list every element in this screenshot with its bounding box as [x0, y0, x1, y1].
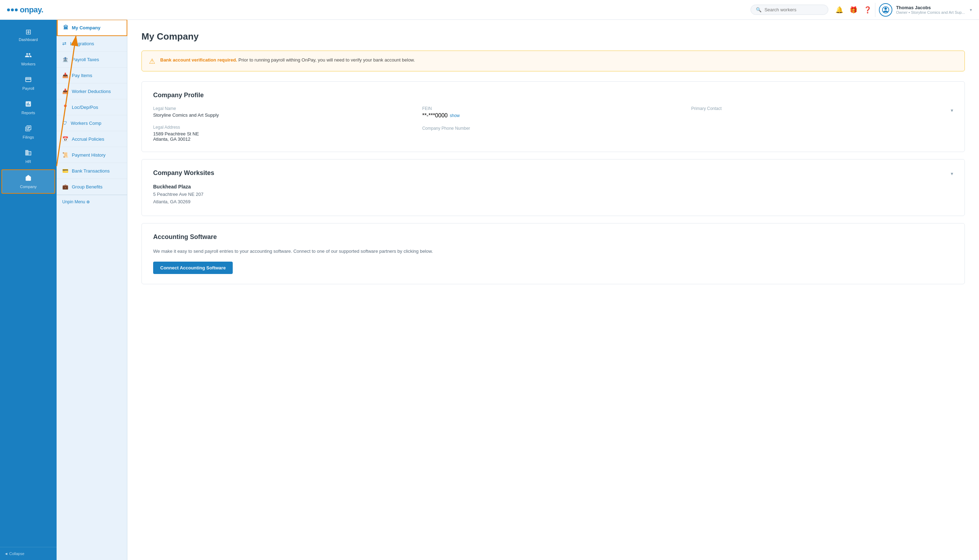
workers-icon	[25, 52, 32, 60]
filings-icon	[25, 125, 32, 133]
company-profile-title: Company Profile	[153, 92, 953, 99]
unpin-menu-button[interactable]: Unpin Menu ⊕	[62, 199, 121, 204]
page-title: My Company	[142, 31, 965, 42]
collapse-label: ◄ Collapse	[4, 552, 24, 556]
gifts-icon[interactable]: 🎁	[849, 6, 857, 14]
sidebar-nav: ⊞ Dashboard Workers Payroll	[0, 20, 57, 547]
search-bar[interactable]: 🔍	[751, 5, 828, 15]
connect-accounting-button[interactable]: Connect Accounting Software	[153, 262, 233, 274]
worksites-content: Company Worksites Buckhead Plaza 5 Peach…	[153, 169, 953, 206]
collapse-button[interactable]: ◄ Collapse	[0, 547, 57, 560]
accounting-description: We make it easy to send payroll entries …	[153, 248, 953, 255]
profile-fields-col1: Legal Name Storyline Comics and Art Supp…	[153, 106, 415, 142]
alert-icon: ⚠	[149, 57, 155, 65]
legal-address-field: Legal Address 1589 Peachtree St NE Atlan…	[153, 125, 415, 142]
header-icons: 🔔 🎁 ❓	[836, 6, 871, 14]
integrations-icon: ⇄	[62, 41, 67, 46]
submenu-label-integrations: Integrations	[70, 41, 94, 46]
legal-address-line1: 1589 Peachtree St NE	[153, 131, 415, 137]
profile-expand-icon[interactable]: ▾	[951, 107, 953, 113]
alert-banner: ⚠ Bank account verification required. Pr…	[142, 50, 965, 72]
hr-icon	[25, 149, 32, 158]
company-phone-field: Company Phone Number	[422, 126, 684, 131]
loc-dep-pos-icon: 📍	[62, 104, 68, 110]
notifications-icon[interactable]: 🔔	[836, 6, 843, 14]
group-benefits-icon: 💼	[62, 184, 68, 190]
legal-name-label: Legal Name	[153, 106, 415, 111]
worksite-addr1: 5 Peachtree Ave NE 207	[153, 191, 214, 198]
sidebar-item-company[interactable]: Company	[2, 169, 55, 194]
header-divider	[875, 3, 876, 17]
worksites-expand-icon[interactable]: ▾	[951, 171, 953, 177]
payroll-taxes-icon: 🏦	[62, 57, 68, 62]
profile-grid: Legal Name Storyline Comics and Art Supp…	[153, 106, 953, 142]
submenu-label-group-benefits: Group Benefits	[72, 184, 103, 190]
search-icon: 🔍	[756, 7, 762, 12]
worker-deductions-icon: 📥	[62, 88, 68, 94]
submenu-item-worker-deductions[interactable]: 📥 Worker Deductions	[57, 83, 127, 99]
accounting-section: Accounting Software We make it easy to s…	[142, 223, 965, 285]
submenu-label-bank-transactions: Bank Transactions	[72, 168, 110, 173]
alert-title: Bank account verification required.	[160, 57, 237, 63]
sidebar-item-payroll[interactable]: Payroll	[0, 71, 57, 95]
help-icon[interactable]: ❓	[864, 6, 871, 14]
accrual-policies-icon: 📅	[62, 136, 68, 142]
logo: onpay.	[7, 5, 43, 15]
unpin-menu-label: Unpin Menu ⊕	[62, 199, 90, 204]
legal-address-label: Legal Address	[153, 125, 415, 130]
submenu-label-my-company: My Company	[72, 25, 100, 30]
submenu-label-pay-items: Pay Items	[72, 73, 92, 78]
logo-dots	[7, 8, 18, 11]
logo-dot-1	[7, 8, 10, 11]
submenu-item-pay-items[interactable]: 📥 Pay Items	[57, 68, 127, 83]
logo-dot-2	[11, 8, 14, 11]
submenu-item-loc-dep-pos[interactable]: 📍 Loc/Dep/Pos	[57, 99, 127, 115]
submenu-bottom: Unpin Menu ⊕	[57, 195, 127, 208]
submenu-label-worker-deductions: Worker Deductions	[72, 89, 111, 94]
alert-body: Prior to running payroll withing OnPay, …	[238, 57, 415, 63]
submenu-label-loc-dep-pos: Loc/Dep/Pos	[72, 105, 98, 110]
primary-contact-field: Primary Contact	[691, 106, 722, 112]
user-area[interactable]: Thomas Jacobs Owner • Storyline Comics a…	[879, 3, 972, 17]
user-info: Thomas Jacobs Owner • Storyline Comics a…	[896, 5, 965, 15]
alert-text: Bank account verification required. Prio…	[160, 57, 415, 63]
submenu-label-workers-comp: Workers Comp	[71, 120, 101, 126]
submenu-item-group-benefits[interactable]: 💼 Group Benefits	[57, 179, 127, 195]
submenu-item-payroll-taxes[interactable]: 🏦 Payroll Taxes	[57, 52, 127, 68]
sidebar-item-hr[interactable]: HR	[0, 144, 57, 168]
fein-show-link[interactable]: show	[450, 113, 460, 118]
submenu-item-bank-transactions[interactable]: 💳 Bank Transactions	[57, 163, 127, 179]
search-input[interactable]	[764, 7, 823, 12]
submenu-panel: 🏛 My Company ⇄ Integrations 🏦 Payroll Ta…	[57, 20, 127, 560]
fein-field: FEIN **-***0000 show	[422, 106, 684, 119]
user-role: Owner • Storyline Comics and Art Sup...	[896, 10, 965, 15]
submenu-item-accrual-policies[interactable]: 📅 Accrual Policies	[57, 131, 127, 147]
submenu-item-workers-comp[interactable]: 🛡 Workers Comp	[57, 115, 127, 131]
legal-name-value: Storyline Comics and Art Supply	[153, 112, 415, 118]
submenu-item-payment-history[interactable]: 📜 Payment History	[57, 147, 127, 163]
reports-icon	[25, 100, 32, 109]
submenu-item-my-company[interactable]: 🏛 My Company	[57, 20, 127, 36]
top-header: onpay. 🔍 🔔 🎁 ❓ Thomas Jacobs Owner • Sto…	[0, 0, 979, 20]
pay-items-icon: 📥	[62, 72, 68, 78]
my-company-icon: 🏛	[63, 25, 68, 30]
sidebar-item-dashboard[interactable]: ⊞ Dashboard	[0, 23, 57, 47]
worksite-name: Buckhead Plaza	[153, 184, 214, 190]
sidebar: ⊞ Dashboard Workers Payroll	[0, 20, 57, 560]
submenu-label-payroll-taxes: Payroll Taxes	[72, 57, 99, 62]
sidebar-item-filings[interactable]: Filings	[0, 120, 57, 144]
sidebar-item-reports[interactable]: Reports	[0, 95, 57, 120]
submenu-label-accrual-policies: Accrual Policies	[72, 137, 104, 142]
worksites-section: Company Worksites Buckhead Plaza 5 Peach…	[142, 159, 965, 216]
dashboard-icon: ⊞	[25, 28, 32, 36]
main-content: My Company ⚠ Bank account verification r…	[127, 20, 979, 560]
company-phone-label: Company Phone Number	[422, 126, 684, 131]
worksite-info: Buckhead Plaza 5 Peachtree Ave NE 207 At…	[153, 184, 214, 206]
fein-label: FEIN	[422, 106, 684, 111]
submenu-label-payment-history: Payment History	[72, 152, 105, 158]
sidebar-item-workers[interactable]: Workers	[0, 47, 57, 71]
worksites-title: Company Worksites	[153, 169, 214, 177]
submenu-item-integrations[interactable]: ⇄ Integrations	[57, 36, 127, 52]
worksites-left: Company Worksites Buckhead Plaza 5 Peach…	[153, 169, 214, 206]
profile-fields-col3: Primary Contact ▾	[691, 106, 953, 142]
